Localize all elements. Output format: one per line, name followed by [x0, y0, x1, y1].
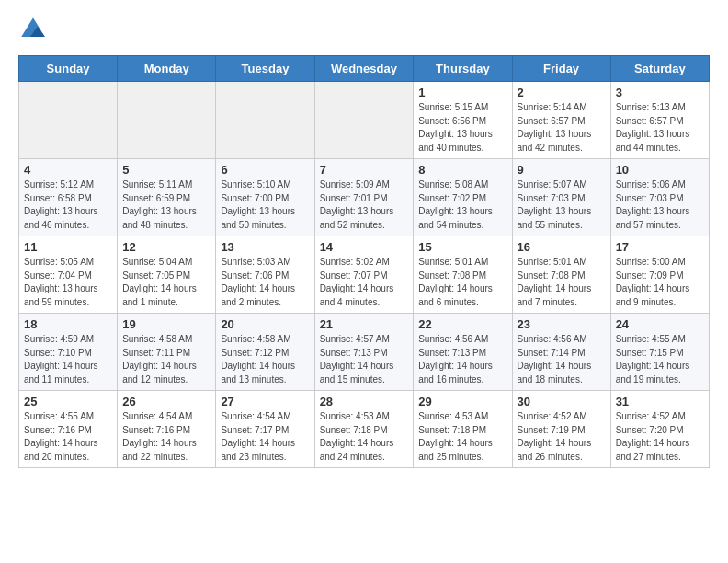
day-number: 11 [24, 240, 112, 254]
calendar-cell: 14Sunrise: 5:02 AM Sunset: 7:07 PM Dayli… [314, 236, 414, 314]
day-number: 12 [122, 240, 210, 254]
day-info: Sunrise: 5:02 AM Sunset: 7:07 PM Dayligh… [320, 256, 409, 309]
day-info: Sunrise: 5:10 AM Sunset: 7:00 PM Dayligh… [221, 178, 309, 232]
calendar-table: SundayMondayTuesdayWednesdayThursdayFrid… [18, 55, 710, 468]
day-number: 7 [320, 163, 409, 177]
day-info: Sunrise: 4:58 AM Sunset: 7:11 PM Dayligh… [122, 333, 210, 386]
day-of-week-header: Friday [512, 56, 610, 82]
day-info: Sunrise: 5:13 AM Sunset: 6:57 PM Dayligh… [616, 101, 704, 155]
calendar-cell: 16Sunrise: 5:01 AM Sunset: 7:08 PM Dayli… [512, 236, 610, 314]
day-number: 19 [122, 317, 210, 331]
calendar-cell: 7Sunrise: 5:09 AM Sunset: 7:01 PM Daylig… [314, 159, 414, 236]
day-number: 28 [320, 395, 409, 408]
calendar-cell: 1Sunrise: 5:15 AM Sunset: 6:56 PM Daylig… [414, 82, 512, 159]
calendar-cell: 25Sunrise: 4:55 AM Sunset: 7:16 PM Dayli… [19, 391, 118, 468]
day-number: 16 [518, 240, 606, 254]
day-number: 3 [616, 86, 704, 99]
calendar-cell: 27Sunrise: 4:54 AM Sunset: 7:17 PM Dayli… [216, 391, 314, 468]
calendar-cell: 28Sunrise: 4:53 AM Sunset: 7:18 PM Dayli… [314, 391, 414, 468]
calendar-cell: 19Sunrise: 4:58 AM Sunset: 7:11 PM Dayli… [118, 314, 216, 391]
day-info: Sunrise: 4:58 AM Sunset: 7:12 PM Dayligh… [221, 333, 309, 386]
day-number: 15 [418, 240, 506, 254]
day-number: 22 [418, 317, 506, 331]
day-info: Sunrise: 5:04 AM Sunset: 7:05 PM Dayligh… [122, 256, 210, 309]
logo [18, 15, 51, 44]
calendar-cell [216, 82, 314, 159]
logo-icon [18, 15, 48, 44]
calendar-cell: 10Sunrise: 5:06 AM Sunset: 7:03 PM Dayli… [610, 159, 709, 236]
day-info: Sunrise: 4:56 AM Sunset: 7:13 PM Dayligh… [418, 333, 506, 386]
calendar-cell: 3Sunrise: 5:13 AM Sunset: 6:57 PM Daylig… [610, 82, 709, 159]
days-of-week-row: SundayMondayTuesdayWednesdayThursdayFrid… [19, 56, 710, 82]
day-number: 1 [418, 86, 506, 99]
day-info: Sunrise: 4:54 AM Sunset: 7:16 PM Dayligh… [122, 410, 210, 464]
day-info: Sunrise: 4:57 AM Sunset: 7:13 PM Dayligh… [320, 333, 409, 386]
week-row: 25Sunrise: 4:55 AM Sunset: 7:16 PM Dayli… [19, 391, 710, 468]
day-of-week-header: Monday [118, 56, 216, 82]
day-info: Sunrise: 5:07 AM Sunset: 7:03 PM Dayligh… [518, 178, 606, 232]
day-number: 5 [122, 163, 210, 177]
day-of-week-header: Thursday [414, 56, 512, 82]
calendar-cell: 5Sunrise: 5:11 AM Sunset: 6:59 PM Daylig… [118, 159, 216, 236]
calendar-cell: 4Sunrise: 5:12 AM Sunset: 6:58 PM Daylig… [19, 159, 118, 236]
day-info: Sunrise: 4:55 AM Sunset: 7:15 PM Dayligh… [616, 333, 704, 386]
calendar-cell: 11Sunrise: 5:05 AM Sunset: 7:04 PM Dayli… [19, 236, 118, 314]
calendar-cell: 30Sunrise: 4:52 AM Sunset: 7:19 PM Dayli… [512, 391, 610, 468]
week-row: 18Sunrise: 4:59 AM Sunset: 7:10 PM Dayli… [19, 314, 710, 391]
calendar-cell: 12Sunrise: 5:04 AM Sunset: 7:05 PM Dayli… [118, 236, 216, 314]
day-info: Sunrise: 5:11 AM Sunset: 6:59 PM Dayligh… [122, 178, 210, 232]
day-info: Sunrise: 5:12 AM Sunset: 6:58 PM Dayligh… [24, 178, 112, 232]
calendar-cell: 18Sunrise: 4:59 AM Sunset: 7:10 PM Dayli… [19, 314, 118, 391]
day-of-week-header: Tuesday [216, 56, 314, 82]
day-number: 24 [616, 317, 704, 331]
calendar-body: 1Sunrise: 5:15 AM Sunset: 6:56 PM Daylig… [19, 82, 710, 468]
day-info: Sunrise: 4:59 AM Sunset: 7:10 PM Dayligh… [24, 333, 112, 386]
day-number: 26 [122, 395, 210, 408]
day-number: 25 [24, 395, 112, 408]
day-info: Sunrise: 4:53 AM Sunset: 7:18 PM Dayligh… [320, 410, 409, 464]
day-number: 30 [518, 395, 606, 408]
day-info: Sunrise: 4:53 AM Sunset: 7:18 PM Dayligh… [418, 410, 506, 464]
day-number: 18 [24, 317, 112, 331]
day-info: Sunrise: 5:06 AM Sunset: 7:03 PM Dayligh… [616, 178, 704, 232]
day-info: Sunrise: 5:03 AM Sunset: 7:06 PM Dayligh… [221, 256, 309, 309]
day-of-week-header: Wednesday [314, 56, 414, 82]
day-info: Sunrise: 5:15 AM Sunset: 6:56 PM Dayligh… [418, 101, 506, 155]
calendar-cell: 2Sunrise: 5:14 AM Sunset: 6:57 PM Daylig… [512, 82, 610, 159]
day-of-week-header: Sunday [19, 56, 118, 82]
day-number: 20 [221, 317, 309, 331]
header [18, 15, 710, 44]
day-number: 27 [221, 395, 309, 408]
day-number: 8 [418, 163, 506, 177]
day-info: Sunrise: 4:52 AM Sunset: 7:19 PM Dayligh… [518, 410, 606, 464]
page: SundayMondayTuesdayWednesdayThursdayFrid… [0, 0, 728, 483]
day-info: Sunrise: 5:01 AM Sunset: 7:08 PM Dayligh… [518, 256, 606, 309]
day-number: 29 [418, 395, 506, 408]
calendar-cell: 6Sunrise: 5:10 AM Sunset: 7:00 PM Daylig… [216, 159, 314, 236]
calendar-cell: 21Sunrise: 4:57 AM Sunset: 7:13 PM Dayli… [314, 314, 414, 391]
calendar-cell: 24Sunrise: 4:55 AM Sunset: 7:15 PM Dayli… [610, 314, 709, 391]
calendar-cell: 17Sunrise: 5:00 AM Sunset: 7:09 PM Dayli… [610, 236, 709, 314]
day-number: 10 [616, 163, 704, 177]
calendar-cell: 20Sunrise: 4:58 AM Sunset: 7:12 PM Dayli… [216, 314, 314, 391]
calendar-cell: 31Sunrise: 4:52 AM Sunset: 7:20 PM Dayli… [610, 391, 709, 468]
calendar-cell: 23Sunrise: 4:56 AM Sunset: 7:14 PM Dayli… [512, 314, 610, 391]
calendar-cell: 13Sunrise: 5:03 AM Sunset: 7:06 PM Dayli… [216, 236, 314, 314]
calendar-cell [118, 82, 216, 159]
day-number: 14 [320, 240, 409, 254]
day-info: Sunrise: 4:56 AM Sunset: 7:14 PM Dayligh… [518, 333, 606, 386]
day-info: Sunrise: 5:01 AM Sunset: 7:08 PM Dayligh… [418, 256, 506, 309]
day-of-week-header: Saturday [610, 56, 709, 82]
week-row: 4Sunrise: 5:12 AM Sunset: 6:58 PM Daylig… [19, 159, 710, 236]
day-number: 9 [518, 163, 606, 177]
day-number: 2 [518, 86, 606, 99]
calendar-header: SundayMondayTuesdayWednesdayThursdayFrid… [19, 56, 710, 82]
day-number: 21 [320, 317, 409, 331]
day-info: Sunrise: 5:14 AM Sunset: 6:57 PM Dayligh… [518, 101, 606, 155]
calendar-cell [314, 82, 414, 159]
day-info: Sunrise: 4:52 AM Sunset: 7:20 PM Dayligh… [616, 410, 704, 464]
week-row: 11Sunrise: 5:05 AM Sunset: 7:04 PM Dayli… [19, 236, 710, 314]
day-info: Sunrise: 5:08 AM Sunset: 7:02 PM Dayligh… [418, 178, 506, 232]
calendar-cell: 22Sunrise: 4:56 AM Sunset: 7:13 PM Dayli… [414, 314, 512, 391]
calendar-cell: 15Sunrise: 5:01 AM Sunset: 7:08 PM Dayli… [414, 236, 512, 314]
